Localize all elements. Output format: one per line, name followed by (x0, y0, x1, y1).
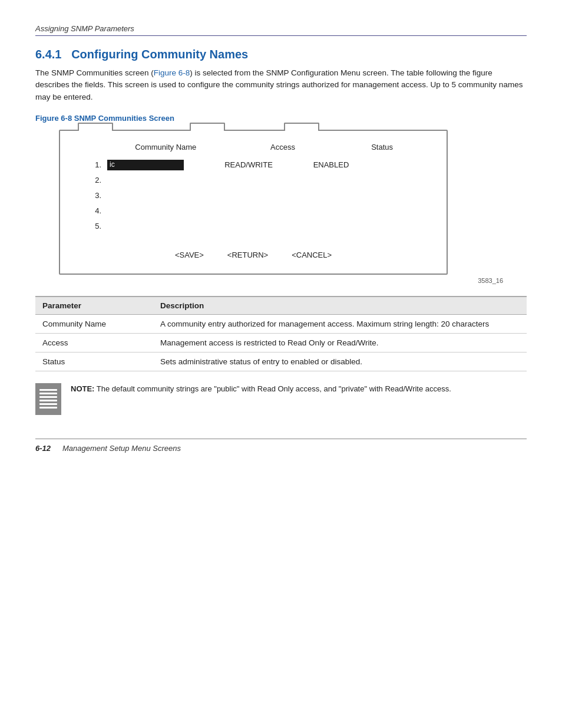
param-row-1: Community Name A community entry authori… (35, 314, 527, 333)
section-title: Configuring Community Names (71, 48, 248, 61)
page-header: Assigning SNMP Parameters (35, 24, 527, 36)
footer-title: Management Setup Menu Screens (62, 444, 181, 453)
note-line-5 (39, 403, 57, 405)
section-heading: 6.4.1 Configuring Community Names (35, 48, 527, 61)
snmp-rows: 1. ic READ/WRITE ENABLED 2. 3. (78, 159, 429, 233)
screen-mockup: Community Name Access Status 1. ic READ/… (59, 130, 448, 275)
param-desc-2: Management access is restricted to Read … (153, 333, 527, 352)
col-header-status: Status (353, 143, 412, 151)
table-row: 3. (84, 189, 429, 202)
note-box: NOTE: The default community strings are … (35, 383, 527, 415)
row-number-1: 1. (84, 160, 101, 169)
note-line-4 (39, 400, 57, 401)
note-label: NOTE: (71, 384, 94, 393)
row-number-2: 2. (84, 176, 101, 185)
note-line-6 (39, 407, 57, 409)
row-status-1: ENABLED (302, 160, 361, 169)
row-community-1: ic (107, 160, 201, 170)
param-desc-3: Sets administrative status of entry to e… (153, 352, 527, 371)
save-button[interactable]: <SAVE> (175, 251, 204, 259)
param-name-1: Community Name (35, 314, 153, 333)
section-number: 6.4.1 (35, 48, 61, 61)
desc-col-header: Description (153, 297, 527, 315)
note-line-2 (39, 393, 57, 394)
page: Assigning SNMP Parameters 6.4.1 Configur… (0, 0, 562, 728)
row-access-1: READ/WRITE (213, 160, 284, 169)
table-row: 2. (84, 174, 429, 187)
community-input-1[interactable]: ic (107, 160, 184, 170)
note-icon (35, 383, 61, 415)
return-button[interactable]: <RETURN> (227, 251, 268, 259)
mockup-tab-2 (190, 123, 225, 131)
table-row: 4. (84, 205, 429, 218)
section-body: The SNMP Communities screen (Figure 6-8)… (35, 67, 527, 103)
param-desc-1: A community entry authorized for managem… (153, 314, 527, 333)
param-name-3: Status (35, 352, 153, 371)
mockup-tabs (78, 123, 319, 131)
note-text: NOTE: The default community strings are … (71, 383, 451, 395)
row-number-5: 5. (84, 222, 101, 230)
table-header: Community Name Access Status (78, 143, 429, 151)
param-table: Parameter Description Community Name A c… (35, 296, 527, 371)
param-col-header: Parameter (35, 297, 153, 315)
figure-link[interactable]: Figure 6-8 (154, 68, 190, 77)
param-row-2: Access Management access is restricted t… (35, 333, 527, 352)
figure-number: 3583_16 (35, 277, 527, 284)
col-header-community: Community Name (118, 143, 213, 151)
table-row: 5. (84, 220, 429, 233)
note-line-3 (39, 396, 57, 398)
note-content: The default community strings are "publi… (97, 384, 451, 393)
page-footer: 6-12 Management Setup Menu Screens (35, 439, 527, 453)
table-row: 1. ic READ/WRITE ENABLED (84, 159, 429, 172)
breadcrumb: Assigning SNMP Parameters (35, 24, 134, 33)
mockup-buttons: <SAVE> <RETURN> <CANCEL> (78, 251, 429, 259)
figure-caption: Figure 6-8 SNMP Communities Screen (35, 114, 527, 123)
footer-page-num: 6-12 (35, 444, 51, 453)
note-line-1 (39, 389, 57, 391)
mockup-tab-1 (78, 123, 113, 131)
mockup-tab-3 (284, 123, 319, 131)
param-name-2: Access (35, 333, 153, 352)
col-header-access: Access (247, 143, 318, 151)
cancel-button[interactable]: <CANCEL> (292, 251, 332, 259)
param-row-3: Status Sets administrative status of ent… (35, 352, 527, 371)
row-number-4: 4. (84, 206, 101, 215)
row-number-3: 3. (84, 191, 101, 200)
